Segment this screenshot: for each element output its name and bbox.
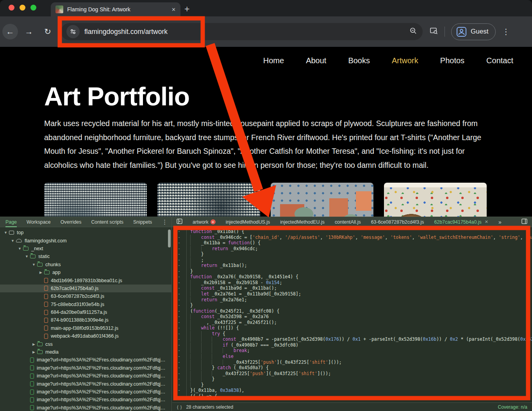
panel-tab-overrides[interactable]: Overrides: [61, 217, 82, 227]
close-tab-icon[interactable]: ✕: [485, 219, 488, 224]
tree-item-folder[interactable]: ▼_next: [0, 245, 171, 253]
artwork-thumbnail[interactable]: [157, 183, 260, 217]
profile-button[interactable]: Guest: [451, 23, 496, 40]
gutter-marker[interactable]: -: [172, 274, 187, 280]
tree-open-arrow-icon[interactable]: ▼: [31, 263, 36, 267]
file-tab-artwork[interactable]: artwork✕: [193, 217, 216, 227]
window-zoom-button[interactable]: [30, 5, 36, 11]
gutter-marker[interactable]: -: [172, 291, 187, 297]
browser-menu-icon[interactable]: ⋮: [502, 27, 508, 36]
gutter-marker[interactable]: -: [172, 393, 187, 399]
tree-item-filejs[interactable]: 4bd1b696-1897831b3bbea01c.js: [0, 276, 171, 284]
reload-button[interactable]: ↻: [40, 24, 55, 39]
artwork-thumbnail[interactable]: [44, 183, 147, 217]
gutter-marker[interactable]: -: [172, 320, 187, 326]
file-tab-contentall-js[interactable]: contentAll.js: [335, 217, 361, 227]
nav-item-artwork[interactable]: Artwork: [392, 56, 418, 65]
gutter-marker[interactable]: -: [172, 365, 187, 371]
tree-open-arrow-icon[interactable]: ▼: [10, 239, 15, 243]
tree-item-fileimg[interactable]: image?url=https%3A%2F%2Fres.cloudinary.c…: [0, 356, 171, 364]
nav-item-about[interactable]: About: [306, 56, 326, 65]
tree-item-folder[interactable]: ▶css: [0, 340, 171, 348]
inspect-window-icon[interactable]: [430, 27, 438, 36]
tree-closed-arrow-icon[interactable]: ▶: [31, 350, 36, 354]
artwork-thumbnail[interactable]: [271, 183, 373, 217]
gutter-marker[interactable]: -: [172, 285, 187, 291]
tree-item-folder[interactable]: ▼chunks: [0, 261, 171, 269]
tree-closed-arrow-icon[interactable]: ▶: [31, 342, 36, 346]
tab-close-icon[interactable]: ✕: [171, 7, 176, 12]
file-tab-62b7cac94175b4a0-js[interactable]: 62b7cac94175b4a0.js✕: [434, 217, 488, 227]
tree-item-filejs[interactable]: main-app-f38f0d9153b95312.js: [0, 324, 171, 332]
url-text[interactable]: flamingdogshit.com/artwork: [84, 28, 405, 36]
tree-item-folder[interactable]: ▶media: [0, 348, 171, 356]
gutter-marker[interactable]: -: [172, 280, 187, 286]
tree-open-arrow-icon[interactable]: ▼: [17, 247, 22, 251]
gutter-marker[interactable]: -: [172, 376, 187, 382]
tree-item-filejs[interactable]: 63-6ce087287b2cd4f3.js: [0, 292, 171, 300]
tree-closed-arrow-icon[interactable]: ▶: [38, 270, 43, 274]
back-button[interactable]: ←: [2, 24, 18, 39]
panel-tab-snippets[interactable]: Snippets: [133, 217, 152, 227]
tree-item-filejs[interactable]: 874-b9011388b1309e4e.js: [0, 316, 171, 324]
new-tab-button[interactable]: +: [184, 3, 189, 15]
gutter-marker[interactable]: -: [172, 342, 187, 348]
panel-tab-content-scripts[interactable]: Content scripts: [91, 217, 123, 227]
nav-item-contact[interactable]: Contact: [486, 56, 513, 65]
tree-open-arrow-icon[interactable]: ▼: [3, 231, 8, 235]
gutter-marker[interactable]: -: [172, 314, 187, 320]
gutter-marker[interactable]: -: [172, 371, 187, 377]
tree-item-fileimg[interactable]: image?url=https%3A%2F%2Fres.cloudinary.c…: [0, 388, 171, 396]
gutter-marker[interactable]: -: [172, 336, 187, 342]
tab-overflow-icon[interactable]: »: [498, 219, 501, 225]
pretty-print-icon[interactable]: { }: [177, 405, 182, 409]
window-minimize-button[interactable]: [20, 5, 25, 11]
tree-item-fileimg[interactable]: image?url=https%3A%2F%2Fres.cloudinary.c…: [0, 404, 171, 411]
tree-item-fileimg[interactable]: image?url=https%3A%2F%2Fres.cloudinary.c…: [0, 396, 171, 404]
file-tab-63-6ce087287b2cd4f3-js[interactable]: 63-6ce087287b2cd4f3.js: [371, 217, 424, 227]
gutter-marker[interactable]: -: [172, 297, 187, 303]
gutter-marker[interactable]: -: [172, 348, 187, 354]
gutter-marker[interactable]: -: [172, 269, 187, 274]
gutter-marker[interactable]: -: [172, 302, 187, 308]
tree-item-fileimg[interactable]: image?url=https%3A%2F%2Fres.cloudinary.c…: [0, 380, 171, 388]
gutter-marker[interactable]: -: [172, 251, 187, 257]
gutter-marker[interactable]: -: [172, 354, 187, 359]
file-tab-injectedmethodus-js[interactable]: injectedMethodUS.js: [226, 217, 270, 227]
nav-item-home[interactable]: Home: [263, 56, 284, 65]
nav-item-books[interactable]: Books: [348, 56, 370, 65]
panel-tab-workspace[interactable]: Workspace: [27, 217, 51, 227]
nav-item-photos[interactable]: Photos: [440, 56, 464, 65]
gutter-marker[interactable]: -: [172, 325, 187, 331]
source-code-editor[interactable]: -function _0x11ba() {- const _0x946cdc =…: [172, 227, 532, 411]
gutter-marker[interactable]: -: [172, 308, 187, 314]
site-settings-icon[interactable]: [66, 25, 80, 38]
tree-item-folder[interactable]: ▶app: [0, 269, 171, 276]
tree-open-arrow-icon[interactable]: ▼: [24, 254, 29, 258]
gutter-marker[interactable]: -: [172, 235, 187, 240]
gutter-marker[interactable]: -: [172, 359, 187, 365]
file-tab-injectedmethodeu-js[interactable]: injectedMethodEU.js: [280, 217, 325, 227]
window-close-button[interactable]: [9, 5, 14, 11]
collapse-sidebar-icon[interactable]: [177, 219, 182, 225]
gutter-marker[interactable]: -: [172, 257, 187, 263]
tree-item-fileimg[interactable]: image?url=https%3A%2F%2Fres.cloudinary.c…: [0, 364, 171, 372]
tree-scrollbar[interactable]: [168, 230, 171, 247]
browser-tab[interactable]: Flaming Dog Shit: Artwork ✕: [51, 2, 180, 16]
gutter-marker[interactable]: -: [172, 382, 187, 388]
tree-item-filejs[interactable]: webpack-4d91daba601f4366.js: [0, 332, 171, 340]
tree-item-filejs[interactable]: 62b7cac94175b4a0.js: [0, 285, 171, 292]
zoom-out-icon[interactable]: [409, 27, 417, 36]
tree-item-cloud[interactable]: ▼flamingdogshit.com: [0, 237, 171, 244]
gutter-marker[interactable]: -: [172, 263, 187, 269]
sidebar-more-menu-icon[interactable]: ⋮: [162, 219, 168, 226]
tree-item-filejs[interactable]: 684-da20be0af911257a.js: [0, 308, 171, 316]
gutter-marker[interactable]: -: [172, 229, 187, 235]
gutter-marker[interactable]: -: [172, 388, 187, 393]
tree-item-frame[interactable]: ▼top: [0, 229, 171, 237]
panel-tab-page[interactable]: Page: [5, 217, 17, 227]
tree-item-folder[interactable]: ▼static: [0, 253, 171, 260]
dock-side-icon[interactable]: [521, 219, 527, 225]
tree-item-fileimg[interactable]: image?url=https%3A%2F%2Fres.cloudinary.c…: [0, 372, 171, 380]
forward-button[interactable]: →: [21, 24, 37, 39]
